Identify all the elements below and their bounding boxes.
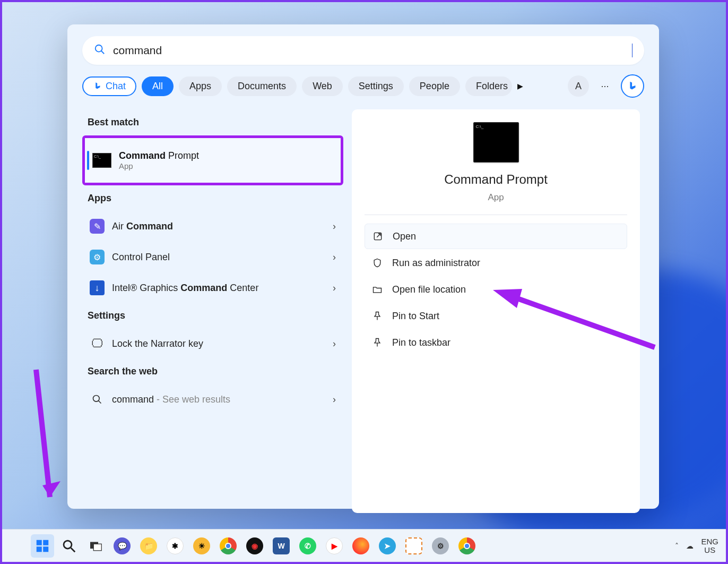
app-result-air-command[interactable]: ✎ Air Command › [82,211,343,241]
profile-button[interactable]: A [568,75,589,97]
app-icon: ↓ [90,280,105,295]
action-open[interactable]: Open [365,224,627,249]
filter-folders[interactable]: Folders [465,76,512,96]
section-apps: Apps [88,193,343,204]
filter-settings[interactable]: Settings [348,76,404,96]
action-label: Open [393,231,416,242]
web-label: command - See web results [112,394,325,405]
taskbar-chat-button[interactable]: 💬 [110,534,134,558]
svg-line-10 [71,548,75,552]
action-pin-start[interactable]: Pin to Start [365,303,627,329]
annotation-arrow-start [10,370,63,531]
taskbar-settings[interactable]: ⚙ [429,534,452,558]
tray-overflow-icon[interactable]: ˄ [675,542,679,550]
svg-marker-13 [42,481,60,497]
folder-icon [372,284,383,295]
taskbar-app-red[interactable]: ◉ [243,534,266,558]
task-view-button[interactable] [84,534,107,558]
filter-people[interactable]: People [409,76,460,96]
action-label: Open file location [392,284,466,295]
more-options-button[interactable]: ··· [594,75,616,97]
pin-icon [372,311,383,321]
search-input[interactable] [113,44,632,57]
svg-rect-7 [37,546,42,552]
filter-scroll-right-icon[interactable]: ▶ [517,82,523,90]
taskbar-slack[interactable]: ✱ [163,534,187,558]
app-icon: ⚙ [90,250,105,264]
svg-point-9 [64,541,72,549]
taskbar-word[interactable]: W [270,534,293,558]
chat-pill[interactable]: Chat [82,76,136,96]
chat-label: Chat [106,81,126,92]
action-run-admin[interactable]: Run as administrator [365,250,627,276]
filter-row: Chat All Apps Documents Web Settings Peo… [82,74,644,98]
taskbar-youtube[interactable]: ▶ [323,534,346,558]
action-open-location[interactable]: Open file location [365,277,627,302]
best-match-result[interactable]: C:\_ Command Prompt App [85,138,341,183]
taskbar-snip[interactable] [402,534,426,558]
web-result-command[interactable]: command - See web results › [82,384,343,414]
filter-all[interactable]: All [142,76,174,96]
filter-documents[interactable]: Documents [227,76,297,96]
taskbar-firefox[interactable] [349,534,372,558]
svg-rect-6 [43,540,48,545]
task-view-icon [88,538,103,554]
filter-apps[interactable]: Apps [179,76,222,96]
app-result-control-panel[interactable]: ⚙ Control Panel › [82,242,343,272]
action-label: Run as administrator [392,258,480,269]
chevron-right-icon: › [333,338,336,349]
chevron-right-icon: › [333,394,336,405]
narrator-icon: 🖵 [90,336,105,351]
section-best-match: Best match [88,117,343,128]
windows-icon [34,538,50,554]
svg-point-2 [93,396,100,402]
search-box[interactable] [82,36,644,65]
language-indicator[interactable]: ENGUS [701,537,718,554]
svg-line-1 [101,51,105,54]
taskbar-search-button[interactable] [57,534,81,558]
chevron-right-icon: › [333,252,336,263]
svg-rect-8 [43,546,48,552]
text-caret [632,44,632,57]
taskbar-telegram[interactable]: ➤ [376,534,399,558]
taskbar-chrome-2[interactable] [455,534,479,558]
svg-rect-12 [93,544,101,551]
search-icon [90,392,105,407]
open-icon [372,231,383,242]
settings-result-narrator[interactable]: 🖵 Lock the Narrator key › [82,329,343,358]
taskbar-whatsapp[interactable]: ✆ [296,534,319,558]
taskbar: 💬 📁 ✱ ☀ ◉ W ✆ ▶ ➤ ⚙ ˄ ☁ ENGUS [2,529,726,562]
preview-app-icon: C:\_ [473,122,519,163]
bing-chat-button[interactable] [621,74,644,98]
settings-label: Lock the Narrator key [112,338,325,349]
preview-title: Command Prompt [444,172,548,187]
search-icon [61,538,77,554]
action-label: Pin to Start [392,311,439,322]
pin-icon [372,337,383,348]
results-left-column: Best match C:\_ Command Prompt App Apps … [82,109,348,513]
preview-subtitle: App [488,192,504,203]
app-label: Intel® Graphics Command Center [112,283,325,294]
search-panel: Chat All Apps Documents Web Settings Peo… [67,24,659,509]
search-icon [94,44,106,57]
command-prompt-icon: C:\_ [92,153,111,168]
onedrive-icon[interactable]: ☁ [686,542,694,550]
svg-point-0 [96,45,102,52]
svg-line-3 [99,401,101,404]
chevron-right-icon: › [333,283,336,294]
best-match-title: Command Prompt [119,150,199,161]
action-label: Pin to taskbar [392,337,450,348]
bing-icon [93,81,102,91]
taskbar-chrome[interactable] [216,534,240,558]
results-preview-column: C:\_ Command Prompt App Open Run as admi… [348,109,644,513]
app-result-intel-graphics[interactable]: ↓ Intel® Graphics Command Center › [82,273,343,303]
filter-web[interactable]: Web [302,76,343,96]
system-tray: ˄ ☁ ENGUS [675,537,718,554]
best-match-subtitle: App [119,161,199,170]
app-label: Air Command [112,221,325,232]
start-button[interactable] [31,534,54,558]
taskbar-explorer[interactable]: 📁 [137,534,160,558]
taskbar-weather[interactable]: ☀ [190,534,213,558]
action-pin-taskbar[interactable]: Pin to taskbar [365,330,627,355]
app-label: Control Panel [112,252,325,263]
